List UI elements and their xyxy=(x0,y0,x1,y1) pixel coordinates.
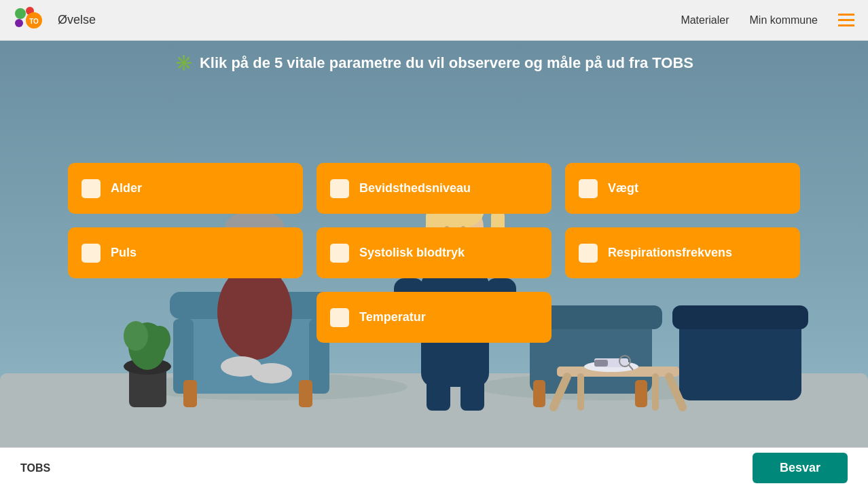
nav-min-kommune[interactable]: Min kommune xyxy=(750,14,818,26)
options-grid: Alder Bevidsthedsniveau Vægt Puls Systol… xyxy=(0,163,868,343)
main-content: ✳️ Klik på de 5 vitale parametre du vil … xyxy=(0,41,868,488)
logo-area: TO Øvelse xyxy=(14,7,96,34)
app-header: TO Øvelse Materialer Min kommune xyxy=(0,0,868,41)
option-temperatur[interactable]: Temperatur xyxy=(317,292,551,343)
logo-svg: TO xyxy=(14,7,48,34)
svg-point-2 xyxy=(15,19,23,27)
besvar-button[interactable]: Besvar xyxy=(753,453,848,483)
empty-col3-row3 xyxy=(565,292,800,343)
option-bevidsthedsniveau[interactable]: Bevidsthedsniveau xyxy=(317,163,551,214)
bottom-bar: TOBS Besvar xyxy=(0,447,868,488)
option-puls-label: Puls xyxy=(111,246,289,260)
option-bevidsthedsniveau-label: Bevidsthedsniveau xyxy=(359,181,538,195)
svg-point-0 xyxy=(15,8,26,19)
logo-container: TO xyxy=(14,7,48,34)
svg-text:TO: TO xyxy=(29,18,39,25)
option-alder[interactable]: Alder xyxy=(68,163,303,214)
checkbox-bevidsthedsniveau xyxy=(330,179,349,198)
option-vaegt[interactable]: Vægt xyxy=(565,163,800,214)
checkbox-temperatur xyxy=(330,308,349,327)
option-puls[interactable]: Puls xyxy=(68,227,303,278)
nav-materialer[interactable]: Materialer xyxy=(681,14,729,26)
header-nav: Materialer Min kommune xyxy=(681,14,854,26)
option-alder-label: Alder xyxy=(111,181,289,195)
option-respirationsfrekvens-label: Respirationsfrekvens xyxy=(608,246,786,260)
instruction-label: Klik på de 5 vitale parametre du vil obs… xyxy=(200,54,693,72)
checkbox-puls xyxy=(82,244,101,263)
option-vaegt-label: Vægt xyxy=(608,181,786,195)
checkbox-vaegt xyxy=(579,179,598,198)
checkbox-systolisk-blodtryk xyxy=(330,244,349,263)
sparkle-icon: ✳️ xyxy=(175,54,193,72)
option-systolisk-blodtryk-label: Systolisk blodtryk xyxy=(359,246,538,260)
checkbox-alder xyxy=(82,179,101,198)
option-systolisk-blodtryk[interactable]: Systolisk blodtryk xyxy=(317,227,551,278)
app-title: Øvelse xyxy=(58,13,96,27)
empty-col1-row3 xyxy=(68,292,303,343)
hamburger-menu[interactable] xyxy=(838,14,854,26)
option-respirationsfrekvens[interactable]: Respirationsfrekvens xyxy=(565,227,800,278)
checkbox-respirationsfrekvens xyxy=(579,244,598,263)
instruction-area: ✳️ Klik på de 5 vitale parametre du vil … xyxy=(0,54,868,72)
instruction-text: ✳️ Klik på de 5 vitale parametre du vil … xyxy=(175,54,693,72)
footer-label: TOBS xyxy=(20,462,50,474)
option-temperatur-label: Temperatur xyxy=(359,310,538,324)
